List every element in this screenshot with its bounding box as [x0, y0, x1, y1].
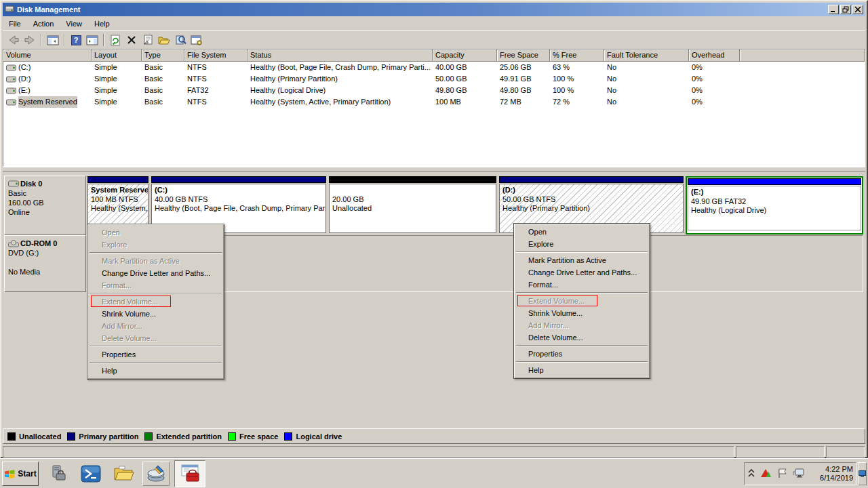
menu-help[interactable]: Help — [88, 18, 116, 30]
delete-icon[interactable] — [123, 33, 140, 47]
cell-fault-tolerance: No — [604, 85, 689, 96]
menu-action[interactable]: Action — [27, 18, 60, 30]
open-folder-icon[interactable] — [156, 33, 172, 47]
legend-item: Extended partition — [144, 432, 222, 441]
restore-button[interactable] — [840, 5, 851, 14]
minimize-button[interactable] — [828, 5, 839, 14]
status-cell-right — [826, 446, 865, 458]
disk-tool-icon[interactable] — [142, 462, 170, 486]
clock[interactable]: 4:22 PM 6/14/2019 — [820, 465, 853, 483]
column-header-status[interactable]: Status — [248, 49, 433, 62]
menu-view[interactable]: View — [60, 18, 88, 30]
file-explorer-icon[interactable] — [111, 462, 138, 486]
cell-status: Healthy (Logical Drive) — [248, 85, 433, 96]
settings-icon[interactable] — [189, 33, 205, 47]
column-header-fault-tolerance[interactable]: Fault Tolerance — [604, 49, 689, 62]
cdrom-status: No Media — [8, 267, 82, 277]
table-row-selected[interactable]: System Reserved Simple Basic NTFS Health… — [3, 96, 865, 108]
legend-swatch-primary — [67, 432, 75, 441]
menu-item-delete-volume[interactable]: Delete Volume... — [515, 331, 649, 344]
menu-item-shrink-volume[interactable]: Shrink Volume... — [88, 308, 223, 320]
find-icon[interactable] — [172, 33, 189, 47]
properties-icon[interactable] — [140, 33, 156, 47]
cell-layout: Simple — [92, 96, 142, 108]
table-row[interactable]: (C:) Simple Basic NTFS Healthy (Boot, Pa… — [3, 62, 865, 73]
column-header-layout[interactable]: Layout — [92, 49, 142, 62]
cell-fault-tolerance: No — [604, 73, 689, 85]
disk0-label[interactable]: Disk 0 Basic 160.00 GB Online — [4, 176, 86, 235]
drive-icon — [6, 87, 16, 94]
table-row[interactable]: (D:) Simple Basic NTFS Healthy (Primary … — [3, 73, 865, 85]
menu-item-properties[interactable]: Properties — [88, 348, 223, 361]
volume-name: (E:) — [18, 85, 31, 96]
cell-file-system: NTFS — [184, 73, 248, 85]
menu-item-format[interactable]: Format... — [515, 279, 649, 291]
clock-time: 4:22 PM — [820, 465, 853, 474]
table-row[interactable]: (E:) Simple Basic FAT32 Healthy (Logical… — [3, 85, 865, 96]
back-icon[interactable] — [5, 33, 22, 47]
start-button[interactable]: Start — [2, 462, 39, 486]
window-title: Disk Management — [17, 5, 827, 14]
refresh-icon[interactable] — [107, 33, 123, 47]
disk0-type: Basic — [8, 188, 82, 198]
menu-item-properties[interactable]: Properties — [515, 348, 649, 360]
partition-color-bar — [499, 176, 684, 183]
legend-item: Unallocated — [7, 432, 61, 441]
show-desktop-button[interactable] — [858, 462, 867, 485]
status-cell-mid — [736, 446, 825, 458]
menu-bar: File Action View Help — [3, 17, 865, 30]
network-status-icon[interactable] — [793, 468, 805, 480]
menu-item-mark-partition-active: Mark Partition as Active — [88, 255, 223, 267]
menu-item-change-drive-letter[interactable]: Change Drive Letter and Paths... — [88, 267, 223, 279]
cell-capacity: 49.80 GB — [433, 85, 497, 96]
column-header-filler — [740, 49, 865, 62]
column-header-file-system[interactable]: File System — [184, 49, 248, 62]
show-action-pane-icon[interactable] — [84, 33, 100, 47]
column-header-overhead[interactable]: Overhead — [689, 49, 740, 62]
menu-item-help[interactable]: Help — [88, 365, 223, 377]
cell-capacity: 40.00 GB — [433, 62, 497, 73]
forward-icon[interactable] — [22, 33, 38, 47]
partition-e[interactable]: (E:) 49.90 GB FAT32 Healthy (Logical Dri… — [688, 178, 861, 230]
window-icon[interactable] — [5, 4, 14, 15]
computer-management-active-icon[interactable] — [174, 460, 205, 487]
app-indicator-icon[interactable] — [760, 468, 772, 480]
column-header-capacity[interactable]: Capacity — [433, 49, 497, 62]
disk-icon — [8, 180, 19, 187]
menu-item-add-mirror: Add Mirror... — [515, 319, 649, 331]
disk0-status: Online — [8, 207, 82, 217]
close-button[interactable] — [852, 5, 863, 14]
column-header-volume[interactable]: Volume — [3, 49, 92, 62]
menu-item-open[interactable]: Open — [515, 226, 649, 238]
column-header-percent-free[interactable]: % Free — [550, 49, 604, 62]
legend-item: Primary partition — [67, 432, 138, 441]
unallocated-space[interactable]: 20.00 GB Unallocated — [329, 176, 496, 235]
pane-splitter[interactable] — [3, 167, 865, 172]
volume-table-header: Volume Layout Type File System Status Ca… — [3, 49, 865, 62]
menu-item-mark-partition-active[interactable]: Mark Partition as Active — [515, 254, 649, 266]
cell-capacity: 50.00 GB — [433, 73, 497, 85]
server-manager-icon[interactable] — [45, 462, 72, 486]
menu-file[interactable]: File — [3, 18, 27, 30]
hidden-icons-chevron[interactable] — [747, 468, 755, 480]
menu-item-explore[interactable]: Explore — [515, 238, 649, 250]
action-center-flag-icon[interactable] — [777, 468, 788, 480]
cell-free-space: 72 MB — [497, 96, 550, 108]
menu-item-help[interactable]: Help — [515, 364, 649, 376]
powershell-icon[interactable] — [77, 462, 104, 486]
column-header-free-space[interactable]: Free Space — [497, 49, 550, 62]
cell-type: Basic — [142, 85, 184, 96]
cdrom-device: DVD (G:) — [8, 248, 82, 258]
menu-item-shrink-volume[interactable]: Shrink Volume... — [515, 307, 649, 319]
cell-layout: Simple — [92, 73, 142, 85]
menu-item-change-drive-letter[interactable]: Change Drive Letter and Paths... — [515, 266, 649, 279]
help-icon[interactable]: ? — [68, 33, 84, 47]
toolbar-separator — [41, 34, 42, 46]
column-header-type[interactable]: Type — [142, 49, 184, 62]
cell-type: Basic — [142, 62, 184, 73]
show-console-tree-icon[interactable] — [45, 33, 61, 47]
cell-file-system: NTFS — [184, 96, 248, 108]
menu-item-explore: Explore — [88, 239, 223, 251]
legend-swatch-logical — [284, 432, 292, 441]
cdrom-label[interactable]: CD-ROM 0 DVD (G:) No Media — [4, 235, 86, 292]
